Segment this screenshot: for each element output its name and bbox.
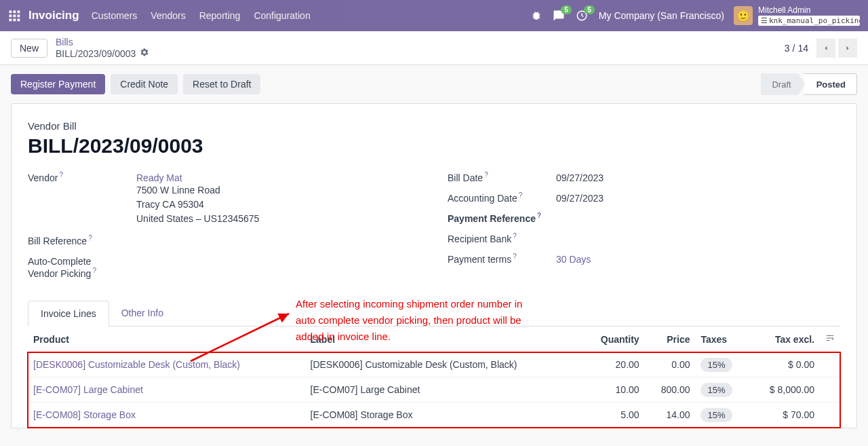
svg-rect-2 xyxy=(18,11,20,14)
help-icon[interactable]: ? xyxy=(513,253,517,260)
debug-icon[interactable] xyxy=(531,10,542,21)
register-payment-button[interactable]: Register Payment xyxy=(11,74,105,94)
status-posted[interactable]: Posted xyxy=(804,73,857,95)
bill-ref-label: Bill Reference xyxy=(28,236,87,246)
vendor-name[interactable]: Ready Mat xyxy=(136,172,259,183)
pager-next[interactable] xyxy=(838,39,857,58)
col-label[interactable]: Label xyxy=(305,327,583,352)
status-draft[interactable]: Draft xyxy=(761,73,797,95)
breadcrumb: Bills BILL/2023/09/0003 xyxy=(56,37,149,59)
cell-product[interactable]: [DESK0006] Customizable Desk (Custom, Bl… xyxy=(33,359,240,370)
cell-product[interactable]: [E-COM07] Large Cabinet xyxy=(33,384,143,395)
cell-qty[interactable]: 5.00 xyxy=(582,403,645,428)
tabs: Invoice Lines Other Info xyxy=(28,301,840,327)
messages-badge: 5 xyxy=(561,5,572,14)
cell-qty[interactable]: 10.00 xyxy=(582,377,645,403)
avatar[interactable]: 🙂 xyxy=(734,6,753,25)
col-quantity[interactable]: Quantity xyxy=(582,327,645,352)
cell-label[interactable]: [DESK0006] Customizable Desk (Custom, Bl… xyxy=(305,352,583,377)
nav-configuration[interactable]: Configuration xyxy=(254,10,310,21)
credit-note-button[interactable]: Credit Note xyxy=(111,74,178,94)
payment-ref-label: Payment Reference xyxy=(448,213,536,224)
bill-date-value[interactable]: 09/27/2023 xyxy=(556,172,604,183)
auto-complete-label-2: Vendor Picking xyxy=(28,268,91,279)
invoice-lines-table: Product Label Quantity Price Taxes Tax e… xyxy=(28,327,840,428)
cell-excl[interactable]: $ 70.00 xyxy=(749,403,820,428)
reset-to-draft-button[interactable]: Reset to Draft xyxy=(183,74,260,94)
cell-tax[interactable]: 15% xyxy=(695,377,749,403)
apps-icon[interactable] xyxy=(8,10,20,22)
vendor-addr-1: 7500 W Linne Road xyxy=(136,183,259,198)
doc-title: BILL/2023/09/0003 xyxy=(28,134,840,157)
columns-config-icon[interactable] xyxy=(820,327,840,352)
svg-rect-7 xyxy=(14,19,16,22)
pager-total: 14 xyxy=(797,43,808,54)
svg-rect-5 xyxy=(18,15,20,18)
app-name[interactable]: Invoicing xyxy=(28,9,79,22)
cell-excl[interactable]: $ 0.00 xyxy=(749,352,820,377)
svg-rect-1 xyxy=(14,11,16,14)
breadcrumb-current: BILL/2023/09/0003 xyxy=(56,48,136,59)
action-row: Register Payment Credit Note Reset to Dr… xyxy=(11,73,857,95)
accounting-date-value[interactable]: 09/27/2023 xyxy=(556,193,604,204)
cell-tax[interactable]: 15% xyxy=(695,352,749,377)
help-icon[interactable]: ? xyxy=(519,191,523,199)
pager-prev[interactable] xyxy=(816,39,835,58)
recipient-bank-label: Recipient Bank xyxy=(448,234,511,244)
form-sheet: Vendor Bill BILL/2023/09/0003 Vendor? Re… xyxy=(11,103,857,428)
cell-excl[interactable]: $ 8,000.00 xyxy=(749,377,820,403)
help-icon[interactable]: ? xyxy=(484,171,488,179)
user-menu[interactable]: Mitchell Admin ☰ knk_manual_po_picking_i… xyxy=(758,5,860,26)
help-icon[interactable]: ? xyxy=(513,232,517,240)
company-selector[interactable]: My Company (San Francisco) xyxy=(599,10,724,21)
help-icon[interactable]: ? xyxy=(59,171,63,179)
cell-label[interactable]: [E-COM07] Large Cabinet xyxy=(305,377,583,403)
status-bar: Draft Posted xyxy=(761,73,857,95)
breadcrumb-parent[interactable]: Bills xyxy=(56,37,73,48)
nav-reporting[interactable]: Reporting xyxy=(199,10,241,21)
table-row[interactable]: [E-COM07] Large Cabinet[E-COM07] Large C… xyxy=(28,377,840,403)
cell-label[interactable]: [E-COM08] Storage Box xyxy=(305,403,583,428)
cell-price[interactable]: 800.00 xyxy=(645,377,696,403)
help-icon[interactable]: ? xyxy=(537,212,541,219)
dev-tag: ☰ knk_manual_po_picking_in… xyxy=(758,16,860,26)
col-tax-excl[interactable]: Tax excl. xyxy=(749,327,820,352)
user-name: Mitchell Admin xyxy=(758,5,860,15)
doc-type-label: Vendor Bill xyxy=(28,120,840,132)
col-price[interactable]: Price xyxy=(645,327,696,352)
svg-rect-8 xyxy=(18,19,20,22)
svg-rect-6 xyxy=(9,19,12,22)
new-button[interactable]: New xyxy=(11,39,47,58)
activities-badge: 5 xyxy=(584,5,595,14)
col-taxes[interactable]: Taxes xyxy=(695,327,749,352)
help-icon[interactable]: ? xyxy=(92,267,96,278)
payment-terms-value[interactable]: 30 Days xyxy=(556,254,591,265)
tab-invoice-lines[interactable]: Invoice Lines xyxy=(28,301,109,327)
cell-price[interactable]: 0.00 xyxy=(645,352,696,377)
table-row[interactable]: [DESK0006] Customizable Desk (Custom, Bl… xyxy=(28,352,840,377)
bill-date-label: Bill Date xyxy=(448,172,483,183)
vendor-addr-3: United States – US12345675 xyxy=(136,212,259,226)
auto-complete-label-1: Auto-Complete xyxy=(28,256,91,267)
nav-customers[interactable]: Customers xyxy=(92,10,138,21)
nav-vendors[interactable]: Vendors xyxy=(151,10,185,21)
activities-icon[interactable]: 5 xyxy=(576,10,588,22)
table-row[interactable]: [E-COM08] Storage Box[E-COM08] Storage B… xyxy=(28,403,840,428)
cell-qty[interactable]: 20.00 xyxy=(582,352,645,377)
vendor-label: Vendor xyxy=(28,172,58,183)
help-icon[interactable]: ? xyxy=(88,234,92,242)
cell-tax[interactable]: 15% xyxy=(695,403,749,428)
messages-icon[interactable]: 5 xyxy=(553,10,565,22)
col-product[interactable]: Product xyxy=(28,327,305,352)
gear-icon[interactable] xyxy=(140,48,149,59)
tab-other-info[interactable]: Other Info xyxy=(109,301,176,326)
cell-product[interactable]: [E-COM08] Storage Box xyxy=(33,409,136,420)
top-nav: Invoicing Customers Vendors Reporting Co… xyxy=(0,0,868,31)
pager: 3 / 14 xyxy=(785,39,857,58)
cell-price[interactable]: 14.00 xyxy=(645,403,696,428)
control-bar: New Bills BILL/2023/09/0003 3 / 14 xyxy=(0,31,868,65)
pager-position: 3 xyxy=(785,43,790,54)
vendor-addr-2: Tracy CA 95304 xyxy=(136,198,259,212)
svg-rect-0 xyxy=(9,11,12,14)
svg-rect-3 xyxy=(9,15,12,18)
